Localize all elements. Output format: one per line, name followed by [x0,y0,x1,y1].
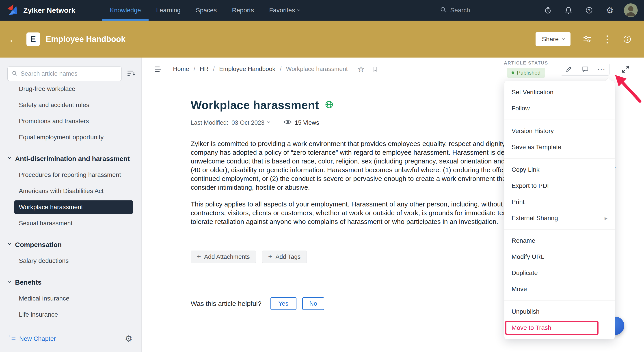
menu-item-duplicate[interactable]: Duplicate [504,265,615,281]
search-placeholder-text: Search [450,7,470,14]
plus-icon: + [197,253,201,260]
chevron-down-icon [8,280,11,283]
menu-item-unpublish[interactable]: Unpublish [504,304,615,320]
page-title: Workplace harassment [191,98,319,112]
article-sidebar: Drug-free workplace Safety and accident … [0,57,142,352]
new-chapter-button[interactable]: New Chapter [9,335,56,343]
language-globe-icon[interactable] [325,100,334,110]
breadcrumb-current: Workplace harassment [286,66,348,72]
comment-button[interactable] [577,63,593,75]
breadcrumb-home[interactable]: Home [173,66,189,72]
sidebar-section-compensation[interactable]: Compensation [0,237,142,253]
published-dot-icon [512,71,514,74]
helpful-no-button[interactable]: No [302,297,324,310]
sidebar-article-item[interactable]: Salary deductions [0,253,142,269]
search-icon [440,6,446,14]
menu-item-save-as-template[interactable]: Save as Template [504,139,615,155]
menu-item-set-verification[interactable]: Set Verification [504,84,615,100]
article-status-label: ARTICLE STATUS [504,60,548,66]
zylker-logo-icon [6,3,19,17]
add-tags-button[interactable]: + Add Tags [262,251,307,263]
breadcrumb-hr[interactable]: HR [200,66,208,72]
eye-icon [284,119,292,126]
menu-item-follow[interactable]: Follow [504,100,615,116]
brand-name: Zylker Network [23,6,75,14]
tab-learning[interactable]: Learning [148,0,188,20]
menu-item-modify-url[interactable]: Modify URL [504,249,615,265]
help-question-icon[interactable]: ? [585,6,593,14]
share-button[interactable]: Share [536,32,570,46]
tab-knowledge[interactable]: Knowledge [102,0,148,20]
sidebar-article-item[interactable]: Procedures for reporting harassment [0,167,142,183]
edit-pencil-button[interactable] [561,63,577,75]
add-attachments-button[interactable]: + Add Attachments [191,251,256,263]
more-vertical-dots-icon[interactable]: ⋮ [602,34,612,44]
activity-clock-icon[interactable] [544,6,552,14]
chevron-down-icon [8,242,11,245]
add-chapter-icon [9,335,16,343]
tab-favorites[interactable]: Favorites [262,0,307,20]
article-tree: Drug-free workplace Safety and accident … [0,81,142,325]
primary-tabs: Knowledge Learning Spaces Reports Favori… [102,0,307,20]
sidebar-article-item-selected[interactable]: Workplace harassment [14,200,133,214]
notifications-bell-icon[interactable] [565,6,572,14]
filter-sliders-icon[interactable] [583,36,592,43]
sidebar-settings-gear-icon[interactable]: ⚙ [125,335,132,343]
sidebar-article-item[interactable]: Life insurance [0,307,142,323]
breadcrumb-employee-handbook[interactable]: Employee Handbook [219,66,276,72]
fullscreen-expand-icon[interactable] [621,65,630,74]
sidebar-section-anti-discrimination[interactable]: Anti-discrimination and harassment [0,151,142,167]
page: Zylker Network Knowledge Learning Spaces… [0,0,644,352]
menu-item-external-sharing[interactable]: External Sharing ▸ [504,210,615,226]
sort-filter-icon[interactable] [127,70,136,78]
menu-item-move[interactable]: Move [504,281,615,297]
sidebar-article-item[interactable]: Americans with Disabilities Act [0,183,142,199]
menu-item-rename[interactable]: Rename [504,233,615,249]
book-initial-tile: E [26,32,40,46]
menu-item-print[interactable]: Print [504,194,615,210]
sidebar-article-item[interactable]: Promotions and transfers [0,113,142,129]
sidebar-footer: New Chapter ⚙ [0,325,142,352]
menu-item-version-history[interactable]: Version History [504,123,615,139]
favorite-star-icon[interactable]: ☆ [357,65,365,73]
menu-item-move-to-trash[interactable]: Move to Trash [504,320,615,336]
tab-reports[interactable]: Reports [224,0,262,20]
back-arrow-icon[interactable]: ← [8,34,19,44]
global-search[interactable]: Search [440,6,470,14]
article-action-group: … [561,63,610,76]
nav-icon-group: ? ⚙ [544,6,614,14]
view-count: 15 Views [284,119,319,126]
info-icon[interactable] [623,35,632,43]
chevron-down-icon [297,8,300,11]
settings-gear-icon[interactable]: ⚙ [606,6,614,14]
search-icon [12,70,18,77]
sidebar-article-item[interactable]: Equal employment opportunity [0,129,142,145]
sidebar-article-item[interactable]: Safety and accident rules [0,97,142,113]
tab-spaces[interactable]: Spaces [188,0,224,20]
sidebar-article-item[interactable]: Sexual harassment [0,215,142,231]
sidebar-search-input[interactable] [20,70,118,77]
chevron-down-icon [267,120,270,123]
submenu-arrow-icon: ▸ [604,215,608,222]
book-header: ← E Employee Handbook Share ⋮ [0,20,644,57]
chevron-down-icon [8,156,11,159]
helpful-yes-button[interactable]: Yes [270,297,296,310]
chevron-down-icon [562,37,565,40]
last-modified[interactable]: Last Modified: 03 Oct 2023 [191,119,270,126]
sidebar-search-box [8,66,122,81]
top-navigation-bar: Zylker Network Knowledge Learning Spaces… [0,0,644,20]
toc-outline-icon[interactable] [154,66,163,72]
more-options-button[interactable]: … [593,63,609,75]
menu-item-copy-link[interactable]: Copy Link [504,162,615,178]
user-avatar[interactable] [624,3,638,17]
sidebar-article-item[interactable]: Medical insurance [0,291,142,307]
bookmark-icon[interactable] [372,66,378,72]
sidebar-article-item[interactable]: Drug-free workplace [0,81,142,97]
status-badge: Published [507,68,545,78]
sidebar-section-benefits[interactable]: Benefits [0,274,142,291]
book-title: Employee Handbook [46,34,126,44]
menu-item-export-to-pdf[interactable]: Export to PDF [504,178,615,194]
article-toolbar: Home / HR / Employee Handbook / Workplac… [142,57,644,81]
ellipsis-icon: … [597,66,606,72]
brand[interactable]: Zylker Network [6,3,75,17]
